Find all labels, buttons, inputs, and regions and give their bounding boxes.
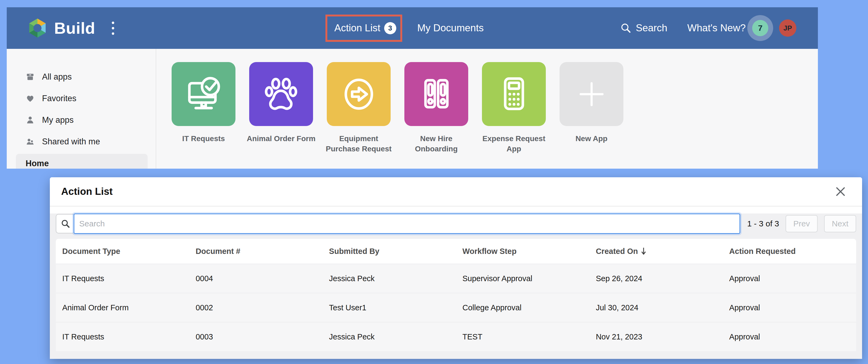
column-header[interactable]: Document Type (56, 247, 189, 256)
app-tile-button[interactable] (172, 62, 236, 126)
app-tile-label: Expense Request App (479, 134, 549, 154)
primary-nav: Action List 3 My Documents (334, 7, 484, 49)
cell-workflow-step: College Approval (456, 303, 589, 312)
brand-home-link[interactable]: Build (26, 16, 95, 40)
nav-my-documents-label: My Documents (417, 22, 484, 34)
cell-action-requested: Approval (723, 332, 856, 341)
action-list-modal: Action List 1 - 3 of 3 Prev Next (50, 177, 862, 359)
cell-workflow-step: TEST (456, 332, 589, 341)
sort-descending-icon (641, 247, 646, 255)
modal-search-input[interactable] (73, 214, 740, 234)
column-header[interactable]: Workflow Step (456, 247, 589, 256)
person-icon (25, 115, 35, 125)
brand-name: Build (54, 19, 95, 37)
app-tile-button[interactable] (482, 62, 546, 126)
arrow-circle-icon (338, 73, 380, 115)
cell-document-number: 0002 (189, 303, 322, 312)
cell-document-type: IT Requests (56, 332, 189, 341)
modal-body: 1 - 3 of 3 Prev Next Document Type Docum… (50, 214, 862, 359)
nav-action-list-label: Action List (334, 22, 380, 34)
sidebar-item-label: My apps (42, 115, 73, 125)
cell-submitted-by: Jessica Peck (322, 332, 456, 341)
app-tile-new-app: New App (560, 62, 623, 126)
app-tile-button[interactable] (327, 62, 391, 126)
sidebar-item-shared-with-me[interactable]: Shared with me (7, 131, 156, 152)
search-button-label: Search (636, 22, 667, 34)
app-tile-expense-request-app: Expense Request App (482, 62, 546, 126)
action-list-table: Document Type Document # Submitted By Wo… (56, 239, 856, 351)
cell-document-type: IT Requests (56, 274, 189, 283)
close-icon[interactable] (835, 186, 846, 197)
table-row[interactable]: IT Requests 0004 Jessica Peck Supervisor… (56, 263, 856, 293)
sidebar-item-label: Shared with me (42, 137, 100, 146)
kebab-menu-icon[interactable] (109, 19, 117, 37)
search-icon (620, 22, 631, 34)
app-tile-label: Equipment Purchase Request (323, 134, 394, 154)
column-header-label: Created On (596, 247, 638, 256)
whats-new-button[interactable]: What's New? 7 (687, 15, 773, 41)
monitor-check-icon (183, 73, 225, 115)
sidebar-item-home[interactable]: Home (16, 154, 148, 169)
archive-box-icon (25, 72, 35, 82)
pagination-count: 1 - 3 of 3 (747, 219, 779, 228)
cell-document-number: 0004 (189, 274, 322, 283)
modal-search-row: 1 - 3 of 3 Prev Next (56, 214, 856, 234)
cell-created-on: Jul 30, 2024 (589, 303, 723, 312)
cell-action-requested: Approval (723, 303, 856, 312)
modal-search-icon-box (56, 214, 74, 233)
app-tile-button[interactable] (404, 62, 468, 126)
sidebar-item-all-apps[interactable]: All apps (7, 66, 156, 88)
sidebar-item-favorites[interactable]: Favorites (7, 88, 156, 109)
desktop-background: Build Action List 3 My Documents (0, 0, 868, 364)
app-tiles-grid: IT Requests Animal Order Form (172, 62, 623, 126)
app-tile-label: Animal Order Form (246, 134, 316, 144)
people-icon (25, 137, 35, 146)
cell-document-number: 0003 (189, 332, 322, 341)
modal-header: Action List (50, 177, 862, 206)
search-icon (61, 219, 70, 228)
app-tile-label: IT Requests (168, 134, 239, 144)
table-row[interactable]: IT Requests 0003 Jessica Peck TEST Nov 2… (56, 322, 856, 351)
app-tile-animal-order-form: Animal Order Form (249, 62, 313, 126)
modal-title: Action List (61, 186, 113, 197)
sidebar-item-my-apps[interactable]: My apps (7, 109, 156, 131)
whats-new-label: What's New? (687, 22, 746, 34)
action-list-count-badge: 3 (384, 22, 396, 34)
table-row[interactable]: Animal Order Form 0002 Test User1 Colleg… (56, 293, 856, 322)
column-header[interactable]: Submitted By (322, 247, 456, 256)
column-header-sorted[interactable]: Created On (589, 247, 723, 256)
next-button[interactable]: Next (824, 215, 856, 232)
cell-created-on: Nov 21, 2023 (589, 332, 723, 341)
cell-submitted-by: Jessica Peck (322, 274, 456, 283)
whats-new-count-badge: 7 (752, 20, 768, 36)
sidebar-item-label: All apps (42, 72, 72, 82)
paw-icon (260, 73, 302, 115)
app-tile-it-requests: IT Requests (172, 62, 236, 126)
whats-new-badge-halo: 7 (747, 15, 773, 41)
table-header-row: Document Type Document # Submitted By Wo… (56, 239, 856, 263)
column-header[interactable]: Action Requested (723, 247, 856, 256)
cell-submitted-by: Test User1 (322, 303, 456, 312)
sidebar-item-label: Home (26, 159, 49, 168)
nav-action-list[interactable]: Action List 3 (334, 22, 396, 34)
new-app-button[interactable] (560, 62, 623, 126)
nav-my-documents[interactable]: My Documents (417, 22, 484, 34)
plus-icon (570, 73, 613, 115)
cell-workflow-step: Supervisor Approval (456, 274, 589, 283)
cell-document-type: Animal Order Form (56, 303, 189, 312)
sidebar-item-label: Favorites (42, 94, 76, 103)
binders-icon (415, 73, 458, 115)
app-tile-equipment-purchase-request: Equipment Purchase Request (327, 62, 391, 126)
app-window: Build Action List 3 My Documents (7, 7, 818, 169)
column-header[interactable]: Document # (189, 247, 322, 256)
search-button[interactable]: Search (620, 22, 667, 34)
sidebar: All apps Favorites My apps (7, 49, 156, 169)
app-tile-label: New App (556, 134, 627, 144)
app-tile-button[interactable] (249, 62, 313, 126)
cell-created-on: Sep 26, 2024 (589, 274, 723, 283)
build-logo-icon (26, 16, 49, 40)
prev-button[interactable]: Prev (785, 215, 817, 232)
app-tile-new-hire-onboarding: New Hire Onboarding (404, 62, 468, 126)
app-tile-label: New Hire Onboarding (401, 134, 472, 154)
user-avatar[interactable]: JP (779, 20, 796, 37)
